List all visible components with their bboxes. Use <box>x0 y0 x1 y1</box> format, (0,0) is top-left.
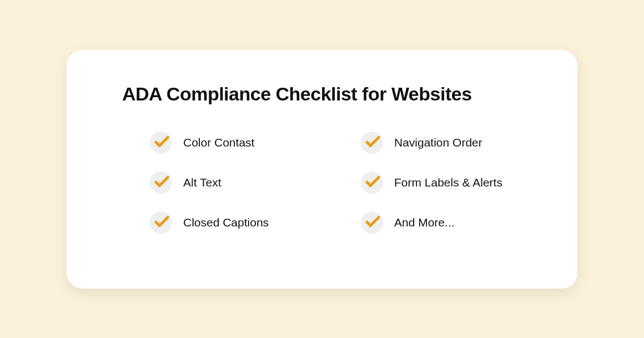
checkmark-icon <box>150 132 172 154</box>
item-label: Alt Text <box>183 176 221 189</box>
list-item: And More... <box>361 211 539 234</box>
checkmark-icon <box>361 171 383 194</box>
item-label: Form Labels & Alerts <box>394 176 502 189</box>
item-label: Color Contast <box>183 136 254 149</box>
card-title: ADA Compliance Checklist for Websites <box>122 83 539 105</box>
list-item: Alt Text <box>150 171 328 194</box>
checkmark-icon <box>361 132 383 154</box>
checkmark-icon <box>150 211 172 234</box>
list-item: Closed Captions <box>150 211 328 234</box>
item-label: Navigation Order <box>394 136 482 149</box>
checkmark-icon <box>361 211 383 234</box>
checkmark-icon <box>150 171 172 194</box>
checklist-grid: Color Contast Navigation Order Alt Text … <box>122 132 539 234</box>
item-label: And More... <box>394 216 455 229</box>
list-item: Color Contast <box>150 132 328 154</box>
list-item: Form Labels & Alerts <box>361 171 539 194</box>
list-item: Navigation Order <box>361 132 539 154</box>
item-label: Closed Captions <box>183 216 269 229</box>
checklist-card: ADA Compliance Checklist for Websites Co… <box>67 50 577 289</box>
